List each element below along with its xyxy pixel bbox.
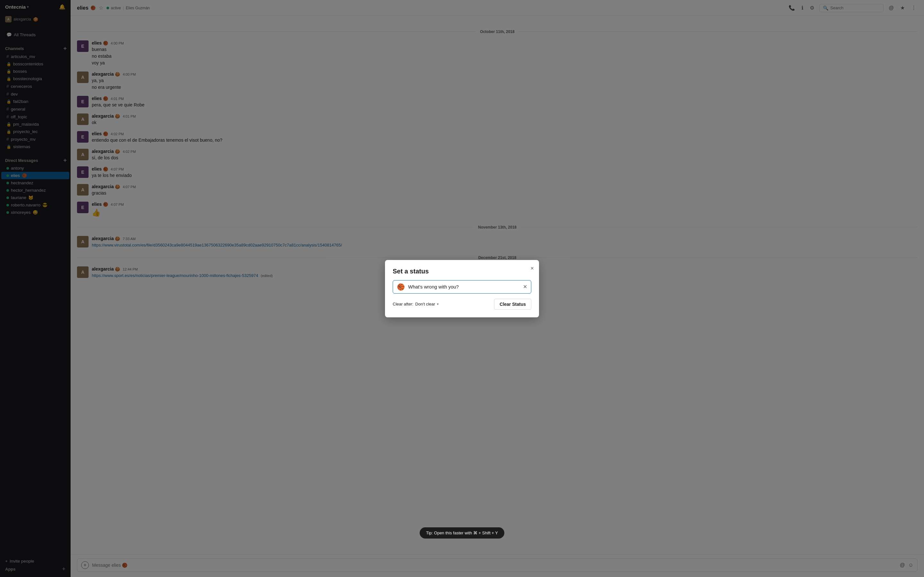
clear-status-button[interactable]: Clear Status [494, 299, 531, 309]
status-input-row: 🏀 ✕ [393, 280, 531, 293]
modal-footer: Clear after: Don't clear ▾ Clear Status [393, 299, 531, 309]
clear-input-button[interactable]: ✕ [523, 284, 527, 290]
keyboard-shortcut-tooltip: Tip: Open this faster with ⌘ + Shift + Y [420, 527, 504, 538]
modal-title: Set a status [393, 268, 531, 275]
clear-after-label: Clear after: [393, 301, 413, 306]
clear-after-dropdown[interactable]: Clear after: Don't clear ▾ [393, 301, 439, 306]
modal-close-button[interactable]: × [530, 265, 534, 272]
tooltip-text: Tip: Open this faster with ⌘ + Shift + Y [426, 530, 498, 535]
status-emoji-icon[interactable]: 🏀 [397, 283, 405, 291]
caret-down-icon: ▾ [437, 302, 439, 306]
set-status-modal: Set a status × 🏀 ✕ Clear after: Don't cl… [385, 260, 539, 318]
clear-after-value: Don't clear [415, 301, 435, 306]
status-text-input[interactable] [408, 284, 520, 290]
modal-overlay[interactable]: Set a status × 🏀 ✕ Clear after: Don't cl… [0, 0, 924, 577]
